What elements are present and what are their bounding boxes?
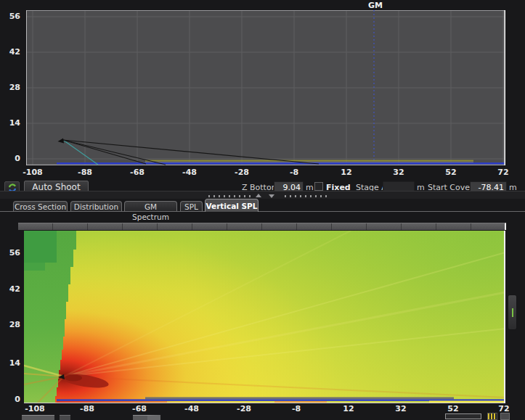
heatmap-right-border: [504, 231, 505, 403]
heatmap-top-ruler[interactable]: [18, 223, 506, 230]
tab-distribution[interactable]: Distribution: [70, 201, 122, 211]
top-y-tick: 56: [1, 12, 20, 21]
gm-marker-label: GM: [365, 1, 386, 10]
hm-y-tick: 56: [1, 248, 20, 258]
tab-gm-spectrum[interactable]: GM Spectrum: [124, 201, 177, 211]
hm-y-tick: 28: [1, 320, 20, 329]
hotspot-core: [65, 375, 82, 382]
top-x-tick: 72: [486, 168, 521, 177]
top-y-tick: 28: [1, 83, 20, 92]
audience-plane-line: [57, 162, 505, 164]
fixed-checkbox[interactable]: [314, 182, 323, 191]
hm-x-tick: 32: [383, 404, 418, 413]
simulation-window: GM 56 42 28 14 0 -108 -: [0, 0, 525, 420]
bottom-control-partial[interactable]: [500, 413, 510, 420]
tab-spl[interactable]: SPL: [180, 201, 203, 211]
top-x-tick: -48: [172, 168, 207, 177]
splitter-dots: [208, 195, 251, 197]
tab-cross-section[interactable]: Cross Section: [13, 201, 68, 211]
stage-line: [145, 162, 473, 162]
splitter-collapse-down-icon[interactable]: [269, 194, 274, 198]
top-y-tick: 0: [1, 154, 20, 163]
shadow-zone-dark-green-step: [24, 263, 45, 271]
top-x-tick: 32: [381, 168, 416, 177]
tabbar-baseline: [0, 211, 525, 212]
hm-y-tick: 42: [1, 284, 20, 294]
hm-x-tick: -68: [122, 404, 157, 413]
top-x-tick: -28: [224, 168, 259, 177]
top-x-tick: -8: [277, 168, 312, 177]
bottom-scrollbar-partial[interactable]: [445, 413, 481, 419]
hm-x-tick: -28: [227, 404, 261, 413]
hm-x-tick: 12: [331, 404, 366, 413]
splitter-dots: [285, 195, 327, 197]
hm-x-tick: 52: [436, 404, 471, 413]
top-x-tick: -68: [120, 168, 155, 177]
bottom-control-partial[interactable]: [133, 415, 160, 420]
stage-bar: [145, 398, 454, 400]
shadow-zone-dark-green: [24, 231, 57, 263]
top-x-tick: -108: [15, 168, 50, 177]
cross-section-plot[interactable]: [26, 10, 505, 165]
hm-x-tick: -108: [17, 404, 52, 413]
top-x-tick: 12: [329, 168, 364, 177]
heatmap-bottom-axis: [24, 403, 505, 403]
splitter-collapse-up-icon[interactable]: [256, 194, 261, 197]
hm-y-tick: 14: [1, 358, 20, 368]
coverage-line: [145, 160, 473, 162]
horizontal-splitter[interactable]: [0, 191, 525, 199]
hm-x-tick: -48: [174, 404, 209, 413]
top-x-tick: 52: [434, 168, 468, 177]
hm-x-tick: -8: [279, 404, 314, 413]
side-panel-toggle[interactable]: [508, 295, 517, 330]
top-y-tick: 42: [1, 47, 20, 57]
bottom-control-partial[interactable]: [22, 415, 54, 420]
top-y-tick: 14: [1, 118, 20, 128]
hm-x-tick: -88: [70, 404, 105, 413]
hm-y-tick: 0: [1, 395, 20, 404]
plot-right-border: [504, 10, 505, 165]
top-x-tick: -88: [68, 168, 102, 177]
bottom-control-partial[interactable]: [60, 415, 70, 420]
vertical-spl-heatmap[interactable]: [24, 231, 505, 403]
audience-line: [57, 399, 505, 400]
tab-vertical-spl[interactable]: Vertical SPL: [205, 199, 259, 212]
scale-legend-icon[interactable]: [487, 413, 497, 420]
side-panel-toggle-grip: [512, 308, 513, 317]
